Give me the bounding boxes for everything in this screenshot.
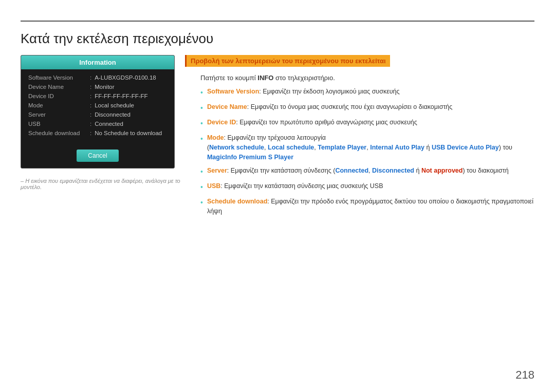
term-template-player: Template Player xyxy=(318,144,366,151)
list-item-server: • Server: Εμφανίζει την κατάσταση σύνδεσ… xyxy=(200,166,534,177)
list-item-usb: • USB: Εμφανίζει την κατάσταση σύνδεσης … xyxy=(200,181,534,193)
bullet-dot-5: • xyxy=(200,166,203,177)
right-intro: Πατήστε το κουμπί INFO στο τηλεχειριστήρ… xyxy=(200,74,534,82)
bullet-dot-2: • xyxy=(200,103,203,114)
footnote: – Η εικόνα που εμφανίζεται ενδέχεται να … xyxy=(21,178,185,190)
content-area: Κατά την εκτέλεση περιεχομένου Προβολή τ… xyxy=(21,31,534,371)
info-row-schedule: Schedule download : No Schedule to downl… xyxy=(28,130,167,136)
info-label-software: Software Version xyxy=(28,74,90,81)
list-item-device-id: • Device ID: Εμφανίζει τον πρωτότυπο αρι… xyxy=(200,118,534,129)
bullet-dot-6: • xyxy=(200,182,203,193)
list-item-mode: • Mode: Εμφανίζει την τρέχουσα λειτουργί… xyxy=(200,133,534,162)
term-server: Server xyxy=(207,167,227,174)
info-label-device-name: Device Name xyxy=(28,84,90,90)
info-value-mode: Local schedule xyxy=(95,102,134,108)
info-label-device-id: Device ID xyxy=(28,93,90,99)
info-row-device-name: Device Name : Monitor xyxy=(28,84,167,90)
bullet-list: • Software Version: Εμφανίζει την έκδοση… xyxy=(200,87,534,216)
bullet-dot-4: • xyxy=(200,134,203,144)
info-row-device-id: Device ID : FF-FF-FF-FF-FF-FF xyxy=(28,93,167,99)
info-label-mode: Mode xyxy=(28,102,90,108)
term-software-version: Software Version xyxy=(207,88,259,95)
term-magicinfo: MagicInfo Premium S Player xyxy=(207,154,293,161)
bullet-dot: • xyxy=(200,87,203,98)
info-row-server: Server : Disconnected xyxy=(28,111,167,118)
term-connected: Connected xyxy=(335,167,368,174)
highlight-bar: Προβολή των λεπτομερειών του περιεχομένο… xyxy=(185,55,390,67)
term-disconnected: Disconnected xyxy=(372,167,414,174)
list-item-device-name: • Device Name: Εμφανίζει το όνομα μιας σ… xyxy=(200,102,534,114)
page-number: 218 xyxy=(515,368,534,382)
info-row-usb: USB : Connected xyxy=(28,121,167,127)
info-value-device-id: FF-FF-FF-FF-FF-FF xyxy=(95,93,147,99)
info-value-server: Disconnected xyxy=(95,111,131,118)
term-usb-device-auto-play: USB Device Auto Play xyxy=(432,144,499,151)
info-value-usb: Connected xyxy=(95,121,123,127)
page-title: Κατά την εκτέλεση περιεχομένου xyxy=(21,31,534,47)
info-box-header: Information xyxy=(21,55,174,69)
info-value-software: A-LUBXGDSP-0100.18 xyxy=(95,74,156,81)
info-label-schedule: Schedule download xyxy=(28,130,90,136)
term-not-approved: Not approved xyxy=(421,167,463,174)
term-internal-auto-play: Internal Auto Play xyxy=(370,144,424,151)
term-usb: USB xyxy=(207,182,220,190)
info-value-device-name: Monitor xyxy=(95,84,114,90)
bullet-dot-7: • xyxy=(200,197,203,208)
term-device-name: Device Name xyxy=(207,103,247,110)
term-mode: Mode xyxy=(207,134,224,141)
term-network-schedule: Network schedule xyxy=(209,144,264,151)
list-item-schedule-download: • Schedule download: Εμφανίζει την πρόοδ… xyxy=(200,197,534,216)
term-local-schedule: Local schedule xyxy=(268,144,314,151)
info-box: Information Software Version : A-LUBXGDS… xyxy=(21,55,175,169)
term-schedule-download: Schedule download xyxy=(207,198,267,205)
cancel-button[interactable]: Cancel xyxy=(77,150,118,162)
list-item-software: • Software Version: Εμφανίζει την έκδοση… xyxy=(200,87,534,98)
cancel-button-row: Cancel xyxy=(21,144,174,168)
info-row-mode: Mode : Local schedule xyxy=(28,102,167,108)
term-device-id: Device ID xyxy=(207,119,236,126)
info-row-software: Software Version : A-LUBXGDSP-0100.18 xyxy=(28,74,167,81)
top-divider xyxy=(21,21,534,22)
left-panel: Information Software Version : A-LUBXGDS… xyxy=(21,55,185,190)
right-panel: Πατήστε το κουμπί INFO στο τηλεχειριστήρ… xyxy=(200,74,534,216)
info-label-usb: USB xyxy=(28,121,90,127)
info-box-body: Software Version : A-LUBXGDSP-0100.18 De… xyxy=(21,69,174,144)
bullet-dot-3: • xyxy=(200,118,203,129)
info-label-server: Server xyxy=(28,111,90,118)
info-value-schedule: No Schedule to download xyxy=(95,130,162,136)
